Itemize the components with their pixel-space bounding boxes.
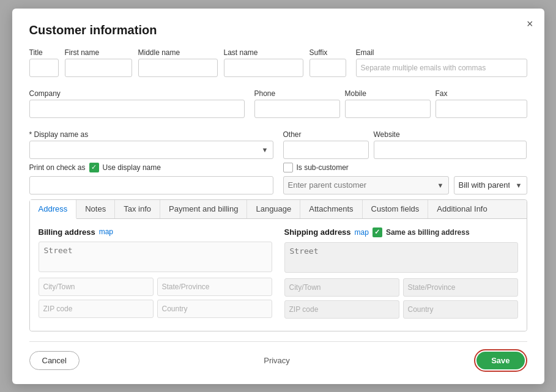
billing-address-section: Billing address map (39, 227, 272, 322)
display-name-label: * Display name as (29, 130, 273, 139)
use-display-name-label: Use display name (103, 163, 161, 172)
suffix-input[interactable] (310, 59, 346, 77)
tab-tax-info[interactable]: Tax info (115, 200, 160, 218)
title-label: Title (29, 48, 59, 57)
firstname-label: First name (65, 48, 132, 57)
shipping-country-input[interactable] (403, 300, 518, 319)
save-button[interactable]: Save (476, 352, 524, 369)
lastname-field-group: Last name (224, 48, 303, 77)
tab-content-address: Billing address map (30, 219, 527, 331)
firstname-field-group: First name (65, 48, 132, 77)
shipping-state-input[interactable] (403, 278, 518, 297)
customer-information-modal: × Customer information Title First name … (12, 9, 544, 384)
parent-customer-chevron-icon: ▼ (437, 182, 444, 189)
mobile-label: Mobile (345, 89, 431, 98)
tabs-header: Address Notes Tax info Payment and billi… (30, 200, 527, 219)
tab-attachments[interactable]: Attachments (300, 200, 362, 218)
shipping-street-input[interactable] (284, 242, 518, 273)
display-name-group: * Display name as ▼ (29, 130, 273, 159)
middlename-label: Middle name (138, 48, 218, 57)
address-grid: Billing address map (39, 227, 518, 322)
mobile-field-group: Mobile (345, 89, 431, 118)
modal-title: Customer information (29, 23, 527, 37)
other-input[interactable] (283, 141, 369, 159)
fax-input[interactable] (436, 100, 527, 118)
suffix-field-group: Suffix (310, 48, 346, 77)
same-as-billing-label: Same as billing address (386, 228, 470, 237)
cancel-button[interactable]: Cancel (29, 351, 80, 370)
print-on-check-row: Print on check as ✓ Use display name (29, 163, 273, 172)
billing-zip-input[interactable] (39, 300, 154, 318)
billing-city-state-row (39, 278, 272, 296)
tabs-container: Address Notes Tax info Payment and billi… (29, 199, 527, 331)
email-label: Email (356, 48, 527, 57)
bill-with-parent-select-wrap: Bill with parent ▼ (454, 176, 527, 194)
display-name-select-wrap: ▼ (29, 141, 273, 159)
shipping-city-input[interactable] (284, 278, 399, 297)
tab-language[interactable]: Language (247, 200, 300, 218)
middlename-field-group: Middle name (138, 48, 218, 77)
privacy-link[interactable]: Privacy (264, 356, 290, 365)
parent-customer-input[interactable] (283, 176, 449, 194)
shipping-zip-country-row (284, 300, 518, 319)
website-input[interactable] (374, 141, 527, 159)
use-display-name-checkbox[interactable]: ✓ (89, 163, 99, 172)
billing-map-link[interactable]: map (99, 227, 113, 236)
email-field-group: Email (356, 48, 527, 83)
shipping-address-section: Shipping address map ✓ Same as billing a… (284, 227, 518, 322)
modal-overlay: × Customer information Title First name … (0, 0, 556, 392)
website-field-group: Website (374, 130, 527, 159)
middlename-input[interactable] (138, 59, 218, 77)
company-field-group: Company (29, 89, 245, 124)
shipping-address-title: Shipping address map ✓ Same as billing a… (284, 227, 518, 237)
title-field-group: Title (29, 48, 59, 77)
fax-label: Fax (436, 89, 527, 98)
parent-customer-input-wrap: ▼ (283, 176, 449, 194)
firstname-input[interactable] (65, 59, 132, 77)
tab-additional-info[interactable]: Additional Info (428, 200, 495, 218)
other-label: Other (283, 130, 369, 139)
billing-country-input[interactable] (157, 300, 272, 318)
print-on-check-input[interactable] (29, 176, 273, 194)
fax-field-group: Fax (436, 89, 527, 118)
billing-state-input[interactable] (157, 278, 272, 296)
website-label: Website (374, 130, 527, 139)
shipping-map-link[interactable]: map (355, 228, 369, 237)
phone-label: Phone (254, 89, 340, 98)
tab-notes[interactable]: Notes (76, 200, 115, 218)
other-field-group: Other (283, 130, 369, 159)
company-input[interactable] (29, 100, 245, 118)
sub-customer-checkbox[interactable] (283, 163, 293, 172)
billing-address-title: Billing address map (39, 227, 272, 237)
shipping-zip-input[interactable] (284, 300, 399, 319)
mobile-input[interactable] (345, 100, 431, 118)
tab-payment-and-billing[interactable]: Payment and billing (160, 200, 247, 218)
bill-with-parent-select[interactable]: Bill with parent (454, 176, 527, 194)
modal-footer: Cancel Privacy Save (29, 341, 527, 372)
sub-customer-label: Is sub-customer (297, 163, 349, 172)
billing-zip-country-row (39, 300, 272, 318)
shipping-city-state-row (284, 278, 518, 297)
phone-input[interactable] (254, 100, 340, 118)
same-as-billing-checkbox[interactable]: ✓ (373, 227, 382, 237)
display-name-select[interactable] (29, 141, 273, 159)
billing-street-input[interactable] (39, 242, 272, 272)
lastname-input[interactable] (224, 59, 303, 77)
sub-customer-row: Is sub-customer (283, 163, 527, 172)
print-on-check-label: Print on check as (29, 163, 86, 172)
save-button-wrap: Save (474, 349, 527, 372)
lastname-label: Last name (224, 48, 303, 57)
billing-city-input[interactable] (39, 278, 154, 296)
tab-custom-fields[interactable]: Custom fields (363, 200, 429, 218)
tab-address[interactable]: Address (30, 200, 77, 219)
email-input[interactable] (356, 59, 527, 77)
phone-field-group: Phone (254, 89, 340, 118)
company-label: Company (29, 89, 245, 98)
parent-customer-row: ▼ Bill with parent ▼ (283, 176, 527, 194)
title-input[interactable] (29, 59, 59, 77)
close-button[interactable]: × (527, 18, 533, 29)
suffix-label: Suffix (310, 48, 346, 57)
